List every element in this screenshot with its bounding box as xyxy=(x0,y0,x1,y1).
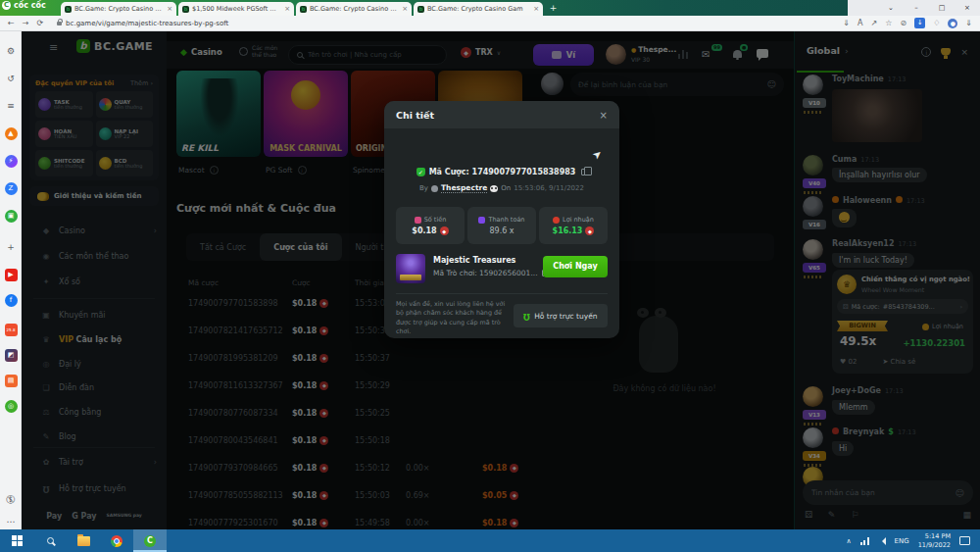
coccoc-icon: C xyxy=(144,535,156,547)
translate-icon[interactable]: A xyxy=(858,19,862,27)
add-shortcut-icon[interactable]: + xyxy=(3,239,19,255)
tab-close-icon[interactable]: × xyxy=(533,5,539,13)
chrome-button[interactable] xyxy=(100,529,133,552)
stat-amount: Số tiền $0.18◆ xyxy=(396,207,465,244)
address-bar[interactable]: bc.game/vi/game/majestic-treasures-by-pg… xyxy=(66,20,228,27)
coccoc-brand-label: cốc cốc xyxy=(14,1,46,10)
tray-date: 11/9/2022 xyxy=(918,541,951,550)
youtube-icon[interactable]: ▶ xyxy=(3,267,19,282)
modal-header: Chi tiết × xyxy=(384,101,619,128)
bookmark-star-icon[interactable]: ☆ xyxy=(885,19,892,27)
user-icon xyxy=(431,185,438,192)
tab-close-icon[interactable]: × xyxy=(402,5,408,13)
game-code-row: Mã Trò chơi: 15902656001... xyxy=(433,269,548,277)
browser-tab-3-active[interactable]: b BC.Game: Crypto Casino Gam × xyxy=(296,2,412,16)
zalo-icon[interactable]: Z xyxy=(3,180,19,196)
share-icon[interactable]: ↗ xyxy=(871,19,878,27)
bcgame-favicon: b xyxy=(417,6,424,13)
system-tray: ∧ ENG 5:14 PM 11/9/2022 xyxy=(846,532,980,550)
taskbar-search-button[interactable] xyxy=(33,529,67,552)
windows-logo-icon xyxy=(12,535,23,546)
headset-icon: Ω xyxy=(523,312,530,321)
modal-close-icon[interactable]: × xyxy=(600,110,608,121)
tab-title: BC.Game: Crypto Casino Gam xyxy=(310,5,399,13)
file-explorer-button[interactable] xyxy=(67,529,100,552)
downloads-tray-icon[interactable]: ⇓ xyxy=(965,19,972,27)
toolbar-extensions: ⇓ A ↗ ☆ ⊘ ↓ ♢ ● ⇓ xyxy=(843,18,972,28)
stat-payout: Thanh toán 89.6 x xyxy=(467,207,536,244)
window-close-button[interactable]: × xyxy=(955,4,980,12)
folder-icon xyxy=(77,536,90,546)
facebook-icon[interactable]: f xyxy=(3,292,19,308)
tab-close-icon[interactable]: × xyxy=(284,5,290,13)
divider xyxy=(396,293,608,294)
coccoc-brand[interactable]: C cốc cốc xyxy=(2,1,46,10)
download-manager-icon[interactable]: ↓ xyxy=(914,18,925,28)
network-icon[interactable] xyxy=(860,537,869,545)
history-icon[interactable]: ↺ xyxy=(3,71,19,86)
window-maximize-button[interactable]: □ xyxy=(929,4,955,12)
notifications-bell-icon[interactable]: 🄏 xyxy=(3,492,19,508)
tray-time: 5:14 PM xyxy=(918,532,951,541)
tv-app-icon[interactable]: ▤ xyxy=(3,373,19,388)
live-support-button[interactable]: Ω Hỗ trợ trực tuyến xyxy=(514,304,608,327)
search-icon xyxy=(47,537,54,544)
start-button[interactable] xyxy=(0,529,33,552)
browser-tab-2[interactable]: b $1,500 Midweek PGSoft Mult × xyxy=(178,2,294,16)
reading-list-icon[interactable]: ≡ xyxy=(3,98,19,114)
new-tab-button[interactable]: + xyxy=(547,2,560,15)
action-center-icon[interactable] xyxy=(959,536,970,545)
bet-id-row: ✓ Mã Cược: 1749007977015838983 xyxy=(384,168,619,176)
browser-toolbar: ← → ⟳ bc.game/vi/game/majestic-treasures… xyxy=(0,16,980,31)
coccoc-browser-button[interactable]: C xyxy=(133,529,167,552)
save-page-icon[interactable]: ⇓ xyxy=(843,19,850,27)
settings-gear-icon[interactable]: ⚙ xyxy=(3,43,19,59)
clock[interactable]: 5:14 PM 11/9/2022 xyxy=(918,532,951,550)
share-arrow-icon[interactable]: ➤ xyxy=(590,147,605,163)
photo-bookmark-icon[interactable]: ◩ xyxy=(3,347,19,363)
chrome-icon xyxy=(111,535,122,547)
bcgame-favicon: b xyxy=(65,6,72,13)
support-note: Mọi vấn đề, xin vui lòng liên hệ với bộ … xyxy=(396,300,512,336)
bet-author-row: By Thespectre On 15:53:06, 9/11/2022 xyxy=(384,183,619,193)
shopee-sale-icon[interactable]: 25.8 xyxy=(3,322,19,337)
wallet-icon xyxy=(478,217,485,224)
adblock-shield-icon[interactable]: ⊘ xyxy=(900,19,906,27)
play-now-button[interactable]: Chơi Ngay xyxy=(543,256,608,277)
browser-tab-1[interactable]: b BC.Game: Crypto Casino Gam × xyxy=(61,2,176,16)
hot-trends-icon[interactable]: ▲ xyxy=(3,125,19,141)
browser-tabstrip: C cốc cốc b BC.Game: Crypto Casino Gam ×… xyxy=(0,0,980,16)
trx-coin-icon: ◆ xyxy=(440,226,449,235)
profit-icon xyxy=(553,217,560,224)
screen: C cốc cốc b BC.Game: Crypto Casino Gam ×… xyxy=(0,0,980,552)
language-indicator[interactable]: ENG xyxy=(895,537,909,545)
speaker-icon[interactable] xyxy=(878,537,886,545)
extension-icon[interactable]: ♢ xyxy=(933,19,940,27)
browser-tab-4[interactable]: b BC.Game: Crypto Casino Gam × xyxy=(414,2,543,16)
copy-icon[interactable] xyxy=(581,169,587,176)
sports-app-icon[interactable]: ◎ xyxy=(3,398,19,414)
tray-expand-icon[interactable]: ∧ xyxy=(846,537,851,545)
more-options-icon[interactable]: ⋯ xyxy=(3,514,19,529)
coccoc-sidebar-rail: ⚙ ↺ ≡ ▲ ⚡ Z ▣ + ▶ f 25.8 ◩ ▤ ◎ 🄏 ⋯ xyxy=(0,31,22,529)
piggy-icon xyxy=(415,217,421,224)
window-controls: ⌄ – □ × xyxy=(848,0,980,16)
tab-search-icon[interactable]: ⌄ xyxy=(878,4,904,12)
back-icon[interactable]: ← xyxy=(8,19,15,27)
forward-icon[interactable]: → xyxy=(23,19,29,27)
messenger-icon[interactable]: ⚡ xyxy=(3,153,19,169)
bet-stats: Số tiền $0.18◆ Thanh toán 89.6 x Lợi nhu… xyxy=(396,207,608,244)
bcgame-favicon: b xyxy=(182,6,189,13)
profile-avatar-icon[interactable]: ● xyxy=(948,19,957,28)
bet-datetime: 15:53:06, 9/11/2022 xyxy=(514,184,584,192)
reload-icon[interactable]: ⟳ xyxy=(36,19,43,27)
windows-taskbar: C ∧ ENG 5:14 PM 11/9/2022 xyxy=(0,529,980,552)
game-thumbnail[interactable] xyxy=(396,254,425,283)
window-minimize-button[interactable]: – xyxy=(904,4,929,12)
verified-shield-icon: ✓ xyxy=(416,168,425,176)
username-link[interactable]: Thespectre xyxy=(441,183,487,193)
games-gamepad-icon[interactable]: ▣ xyxy=(3,208,19,224)
modal-title: Chi tiết xyxy=(396,110,434,121)
padlock-icon[interactable] xyxy=(57,22,62,25)
tab-close-icon[interactable]: × xyxy=(167,5,172,13)
